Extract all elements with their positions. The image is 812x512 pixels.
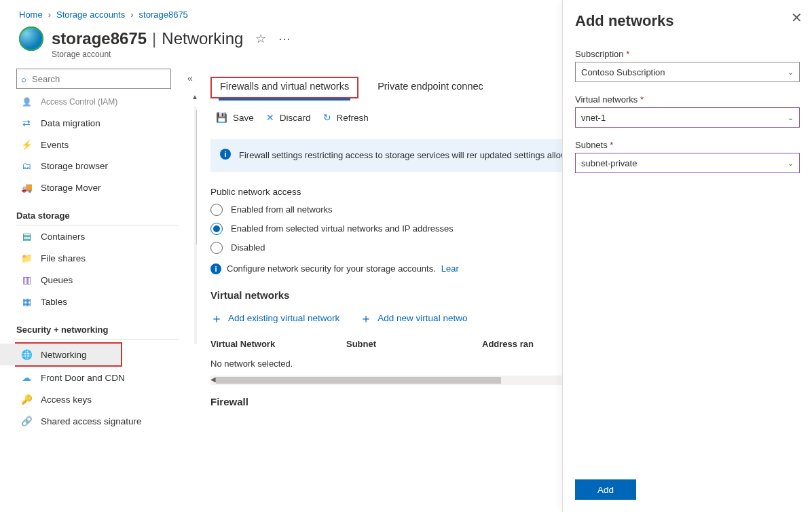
subscription-value: Contoso Subscription [581, 67, 665, 77]
collapse-sidebar-icon[interactable]: « [187, 73, 193, 84]
radio-icon [210, 204, 223, 216]
sidebar-item-queues[interactable]: ▥ Queues [16, 269, 197, 291]
info-icon: i [220, 149, 231, 160]
sidebar-item-tables[interactable]: ▦ Tables [16, 291, 197, 312]
info-icon: i [210, 263, 221, 274]
sidebar: ⌕ « ▲ 👤 Access Control (IAM) ⇄ Data migr… [0, 66, 197, 496]
fileshare-icon: 📁 [20, 253, 33, 263]
subnet-value: subnet-private [581, 158, 637, 168]
chevron-down-icon: ⌄ [788, 113, 794, 122]
sidebar-item-containers[interactable]: ▤ Containers [16, 225, 197, 247]
storage-account-icon [19, 26, 43, 51]
sidebar-item-networking[interactable]: 🌐 Networking [0, 344, 121, 365]
chevron-right-icon: › [48, 10, 51, 20]
person-icon: 👤 [20, 97, 33, 107]
resource-name: storage8675 [52, 29, 147, 48]
save-icon: 💾 [216, 112, 227, 123]
more-menu-icon[interactable]: ⋯ [278, 31, 291, 46]
sidebar-item-front-door[interactable]: ☁ Front Door and CDN [16, 367, 197, 388]
close-icon: ✕ [266, 112, 274, 123]
refresh-icon: ↻ [323, 112, 331, 123]
add-existing-vnet-button[interactable]: ＋ Add existing virtual network [210, 310, 339, 327]
flyout-title: Add networks [575, 12, 800, 30]
plus-icon: ＋ [360, 310, 372, 327]
folder-icon: 🗂 [20, 161, 33, 171]
sidebar-nav: 👤 Access Control (IAM) ⇄ Data migration … [16, 92, 197, 432]
vnet-value: vnet-1 [581, 113, 606, 123]
col-virtual-network: Virtual Network [210, 339, 306, 349]
chevron-right-icon: › [130, 10, 133, 20]
scroll-left-icon[interactable]: ◀ [210, 376, 216, 383]
resource-section: Networking [162, 29, 243, 48]
col-subnet: Subnet [346, 339, 441, 349]
tab-firewalls-highlight: Firewalls and virtual networks [210, 77, 358, 98]
plus-icon: ＋ [210, 310, 223, 327]
sidebar-item-sas[interactable]: 🔗 Shared access signature [16, 410, 197, 432]
breadcrumb-home[interactable]: Home [19, 10, 43, 20]
search-input[interactable] [31, 73, 166, 85]
breadcrumb-resource[interactable]: storage8675 [139, 10, 188, 20]
radio-icon [210, 242, 223, 254]
sidebar-item-file-shares[interactable]: 📁 File shares [16, 247, 197, 269]
sidebar-search[interactable]: ⌕ [16, 69, 171, 89]
learn-more-link[interactable]: Lear [441, 263, 459, 274]
chevron-down-icon: ⌄ [788, 68, 794, 77]
vnet-dropdown[interactable]: vnet-1 ⌄ [575, 107, 800, 128]
search-icon: ⌕ [21, 74, 26, 84]
favorite-star-icon[interactable]: ☆ [255, 31, 266, 46]
refresh-button[interactable]: ↻ Refresh [323, 112, 369, 123]
subscription-dropdown[interactable]: Contoso Subscription ⌄ [575, 62, 800, 82]
container-icon: ▤ [20, 231, 33, 242]
discard-button[interactable]: ✕ Discard [266, 112, 311, 123]
table-icon: ▦ [20, 296, 33, 307]
save-button[interactable]: 💾 Save [216, 112, 254, 123]
key-icon: 🔑 [20, 394, 33, 405]
sidebar-item-data-migration[interactable]: ⇄ Data migration [16, 112, 197, 134]
page-title: storage8675 | Networking [52, 29, 243, 48]
cdn-icon: ☁ [20, 372, 33, 383]
info-banner-text: Firewall settings restricting access to … [239, 149, 611, 162]
globe-icon: 🌐 [20, 349, 33, 360]
queue-icon: ▥ [20, 274, 33, 285]
sidebar-item-events[interactable]: ⚡ Events [16, 134, 197, 156]
chevron-down-icon: ⌄ [788, 159, 794, 168]
add-button[interactable]: Add [575, 479, 636, 500]
subscription-label: Subscription * [575, 49, 800, 59]
tab-private-endpoints[interactable]: Private endpoint connec [376, 77, 485, 98]
subnet-dropdown[interactable]: subnet-private ⌄ [575, 153, 800, 173]
lightning-icon: ⚡ [20, 139, 33, 150]
add-new-vnet-button[interactable]: ＋ Add new virtual netwo [360, 310, 467, 327]
vnet-label: Virtual networks * [575, 94, 800, 105]
sidebar-item-storage-mover[interactable]: 🚚 Storage Mover [16, 177, 197, 198]
radio-checked-icon [210, 223, 223, 235]
sidebar-item-storage-browser[interactable]: 🗂 Storage browser [16, 156, 197, 177]
add-networks-flyout: ✕ Add networks Subscription * Contoso Su… [562, 0, 812, 512]
tab-firewalls[interactable]: Firewalls and virtual networks [219, 77, 350, 100]
sidebar-item-access-keys[interactable]: 🔑 Access keys [16, 388, 197, 410]
truck-icon: 🚚 [20, 182, 33, 193]
breadcrumb-storage-accounts[interactable]: Storage accounts [56, 10, 125, 20]
sidebar-group-security: Security + networking [16, 316, 179, 340]
sidebar-item-access-control[interactable]: 👤 Access Control (IAM) [16, 92, 197, 112]
close-flyout-button[interactable]: ✕ [791, 10, 802, 26]
sidebar-group-data-storage: Data storage [16, 202, 179, 225]
subnet-label: Subnets * [575, 140, 800, 150]
link-icon: 🔗 [20, 416, 33, 426]
migration-icon: ⇄ [20, 117, 33, 128]
